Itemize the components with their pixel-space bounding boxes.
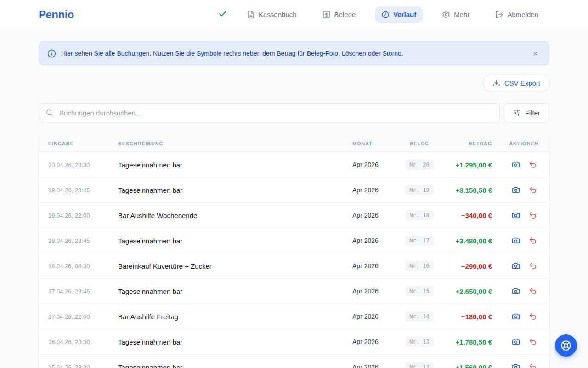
- row-timestamp: 16.04.26, 23:30: [48, 339, 118, 345]
- row-amount: −180,00 €: [448, 313, 492, 321]
- storno-button[interactable]: [529, 186, 537, 194]
- row-amount: +1.560,00 €: [448, 363, 492, 368]
- undo-icon: [529, 363, 537, 368]
- receipt-photo-button[interactable]: [512, 211, 520, 219]
- receipt-number-badge: Nr. 18: [405, 210, 433, 220]
- storno-button[interactable]: [529, 363, 537, 368]
- column-header-monat: Monat: [352, 141, 391, 146]
- receipt-number-badge: Nr. 19: [405, 185, 433, 195]
- row-month: Apr 2026: [352, 212, 391, 219]
- row-month: Apr 2026: [352, 186, 391, 194]
- search-box: [39, 103, 500, 122]
- receipt-photo-button[interactable]: [512, 287, 520, 295]
- undo-icon: [529, 338, 537, 346]
- row-description: Tageseinnahmen bar: [118, 338, 352, 346]
- row-actions: [492, 161, 538, 169]
- row-description: Tageseinnahmen bar: [118, 288, 352, 295]
- row-receipt-number: Nr. 19: [391, 185, 448, 195]
- row-receipt-number: Nr. 20: [391, 160, 448, 170]
- table-header-row: Eingabe Beschreibung Monat Beleg Betrag …: [39, 135, 549, 152]
- receipt-number-badge: Nr. 17: [405, 236, 433, 246]
- column-header-beschreibung: Beschreibung: [118, 141, 352, 146]
- bookings-table: Eingabe Beschreibung Monat Beleg Betrag …: [39, 135, 549, 368]
- row-actions: [492, 312, 538, 321]
- top-bar: Pennio Kassenbuch Belege Verlauf Mehr Ab…: [0, 0, 588, 29]
- lifebuoy-icon: [560, 339, 572, 351]
- main-nav: Kassenbuch Belege Verlauf Mehr Abmelden: [218, 6, 545, 23]
- row-description: Tageseinnahmen bar: [118, 237, 352, 245]
- table-row: 17.04.26, 22:00 Bar Aushilfe Freitag Apr…: [39, 304, 549, 329]
- row-month: Apr 2026: [352, 338, 391, 345]
- column-header-betrag: Betrag: [448, 141, 492, 146]
- undo-icon: [529, 161, 537, 169]
- search-input[interactable]: [39, 103, 500, 122]
- row-actions: [492, 287, 538, 295]
- camera-icon: [512, 161, 520, 169]
- document-icon: [247, 11, 255, 19]
- storno-button[interactable]: [529, 338, 537, 346]
- row-receipt-number: Nr. 14: [391, 311, 448, 322]
- receipt-photo-button[interactable]: [512, 312, 520, 321]
- download-icon: [492, 79, 500, 87]
- app-logo[interactable]: Pennio: [39, 8, 74, 21]
- check-icon: [218, 9, 227, 18]
- row-description: Bar Aushilfe Wochenende: [118, 212, 352, 219]
- nav-item-mehr[interactable]: Mehr: [435, 6, 476, 23]
- row-receipt-number: Nr. 15: [391, 286, 448, 296]
- info-banner: Hier sehen Sie alle Buchungen. Nutzen Si…: [39, 41, 549, 65]
- row-receipt-number: Nr. 12: [391, 362, 448, 368]
- nav-item-verlauf[interactable]: Verlauf: [375, 6, 423, 23]
- close-icon: [532, 50, 539, 57]
- receipt-photo-button[interactable]: [512, 363, 520, 368]
- export-row: CSV Export: [39, 75, 549, 92]
- sliders-icon: [513, 109, 521, 117]
- nav-item-belege[interactable]: Belege: [316, 6, 362, 23]
- storno-button[interactable]: [529, 287, 537, 295]
- camera-icon: [512, 186, 520, 194]
- storno-button[interactable]: [529, 211, 537, 219]
- row-timestamp: 17.04.26, 23:45: [48, 288, 118, 295]
- sync-status: [218, 9, 227, 20]
- clock-icon: [381, 11, 390, 19]
- row-receipt-number: Nr. 17: [391, 236, 448, 246]
- storno-button[interactable]: [529, 312, 537, 321]
- row-amount: +1.295,00 €: [448, 161, 492, 169]
- row-description: Bar Aushilfe Freitag: [118, 313, 352, 321]
- undo-icon: [529, 236, 537, 245]
- camera-icon: [512, 211, 520, 219]
- row-description: Bareinkauf Kuvertüre + Zucker: [118, 262, 352, 270]
- info-banner-text: Hier sehen Sie alle Buchungen. Nutzen Si…: [61, 50, 525, 57]
- receipt-photo-button[interactable]: [512, 186, 520, 194]
- row-timestamp: 15.04.26, 23:30: [48, 364, 118, 368]
- row-month: Apr 2026: [352, 262, 391, 270]
- storno-button[interactable]: [529, 161, 537, 169]
- receipt-photo-button[interactable]: [512, 262, 520, 270]
- row-description: Tageseinnahmen bar: [118, 161, 352, 169]
- nav-label: Mehr: [454, 11, 469, 18]
- table-row: 16.04.26, 23:30 Tageseinnahmen bar Apr 2…: [39, 329, 549, 355]
- camera-icon: [512, 338, 520, 346]
- camera-icon: [512, 363, 520, 368]
- csv-export-button[interactable]: CSV Export: [483, 75, 549, 92]
- table-row: 15.04.26, 23:30 Tageseinnahmen bar Apr 2…: [39, 355, 549, 368]
- nav-item-abmelden[interactable]: Abmelden: [489, 6, 545, 23]
- row-amount: +1.780,50 €: [448, 338, 492, 346]
- nav-label: Abmelden: [507, 11, 538, 18]
- table-row: 18.04.26, 23:45 Tageseinnahmen bar Apr 2…: [39, 228, 549, 253]
- camera-icon: [512, 312, 520, 321]
- filter-button[interactable]: Filter: [504, 103, 549, 122]
- nav-label: Kassenbuch: [259, 11, 297, 18]
- nav-label: Belege: [334, 11, 356, 18]
- banner-close-button[interactable]: [530, 48, 541, 59]
- nav-label: Verlauf: [393, 11, 416, 18]
- table-row: 19.04.26, 22:00 Bar Aushilfe Wochenende …: [39, 203, 549, 228]
- receipt-photo-button[interactable]: [512, 161, 520, 169]
- receipt-number-badge: Nr. 16: [405, 261, 433, 271]
- storno-button[interactable]: [529, 236, 537, 245]
- nav-item-kassenbuch[interactable]: Kassenbuch: [240, 6, 303, 23]
- help-fab[interactable]: [555, 334, 577, 356]
- receipt-photo-button[interactable]: [512, 338, 520, 346]
- gear-icon: [442, 11, 450, 19]
- storno-button[interactable]: [529, 262, 537, 270]
- receipt-photo-button[interactable]: [512, 236, 520, 245]
